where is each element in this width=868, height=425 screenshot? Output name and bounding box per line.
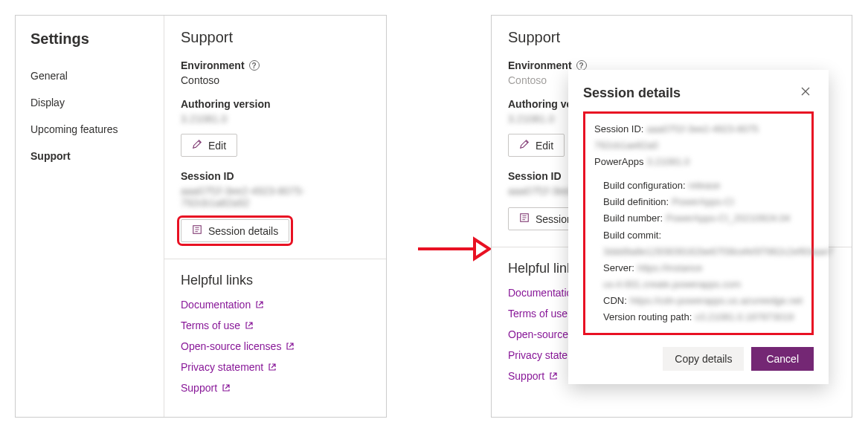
link-label: Support: [181, 382, 217, 394]
details-icon: [519, 212, 530, 225]
session-id-key: Session ID:: [594, 123, 643, 134]
link-label: Open-source licenses: [181, 340, 281, 352]
session-id-value: aaa07f1f-3ee2-4923-8075-792cb1a82a92: [181, 185, 370, 209]
powerapps-key: PowerApps: [594, 156, 643, 167]
server-key: Server:: [603, 262, 634, 273]
session-id-val: aaa07f1f-3ee2-4923-8075: [646, 123, 758, 134]
page-title: Support: [508, 29, 835, 46]
edit-button[interactable]: Edit: [181, 134, 237, 157]
buildcfg-key: Build configuration:: [603, 180, 686, 191]
link-label: Documentation: [181, 299, 251, 311]
sidebar-item-upcoming[interactable]: Upcoming features: [16, 116, 164, 143]
buildcommit-key: Build commit:: [603, 230, 661, 241]
session-id-val2: 792cb1ae82a0: [594, 140, 658, 151]
link-privacy[interactable]: Privacy statement: [181, 361, 370, 373]
environment-label-text: Environment: [508, 59, 572, 71]
link-terms[interactable]: Terms of use: [181, 319, 370, 331]
external-link-icon: [255, 300, 264, 309]
authoring-version-value: 3.21081.0: [181, 113, 370, 125]
powerapps-val: 3.21081.0: [646, 156, 689, 167]
session-details-button-label: Session details: [208, 225, 278, 237]
support-content: Support Environment ? Contoso Authoring …: [164, 16, 386, 417]
buildcfg-val: release: [689, 180, 721, 191]
link-documentation[interactable]: Documentation: [181, 299, 370, 311]
settings-sidebar: Settings General Display Upcoming featur…: [16, 16, 164, 417]
settings-panel-before: Settings General Display Upcoming featur…: [15, 15, 387, 418]
buildnum-key: Build number:: [603, 212, 663, 224]
link-label: Terms of use: [508, 308, 568, 319]
builddef-key: Build definition:: [603, 196, 669, 207]
vroute-val: v3.21081.0.187873019: [695, 311, 794, 322]
authoring-version-label: Authoring version: [181, 98, 370, 110]
environment-value: Contoso: [181, 74, 370, 86]
pencil-icon: [519, 139, 530, 152]
external-link-icon: [245, 321, 254, 330]
help-icon[interactable]: ?: [576, 60, 587, 71]
close-icon[interactable]: [797, 83, 814, 103]
environment-label: Environment ?: [181, 59, 370, 71]
copy-details-button[interactable]: Copy details: [663, 347, 744, 371]
details-icon: [192, 224, 202, 237]
session-details-button[interactable]: Session details: [181, 219, 289, 242]
page-title: Support: [181, 29, 370, 46]
builddef-val: PowerApps-CI: [672, 196, 734, 207]
buildnum-val: PowerApps-CI_20210924.04: [666, 212, 790, 224]
link-support[interactable]: Support: [181, 382, 370, 394]
external-link-icon: [268, 363, 277, 372]
buildcommit-val: 3ddd9a8e1293839162be67f38cefe5f7862c2ef9…: [603, 246, 833, 257]
cdn-key: CDN:: [603, 295, 627, 306]
environment-label-text: Environment: [181, 59, 245, 71]
dialog-title: Session details: [583, 85, 681, 101]
edit-button[interactable]: Edit: [508, 134, 565, 157]
external-link-icon: [549, 372, 558, 380]
server-val: https://instance: [637, 262, 702, 273]
external-link-icon: [222, 383, 231, 392]
link-oss[interactable]: Open-source licenses: [181, 340, 370, 352]
sidebar-item-support[interactable]: Support: [16, 143, 164, 169]
sidebar-item-display[interactable]: Display: [16, 89, 164, 116]
edit-button-label: Edit: [536, 140, 553, 152]
sidebar-item-general[interactable]: General: [16, 62, 164, 89]
server-val2: us-il-001.create.powerapps.com: [603, 279, 741, 290]
helpful-links-title: Helpful links: [181, 273, 370, 288]
vroute-key: Version routing path:: [603, 311, 692, 322]
cdn-val: https://cdn-powerapps.us.azureedge.net: [630, 295, 803, 306]
link-label: Terms of use: [181, 319, 240, 331]
session-details-box: Session ID:aaa07f1f-3ee2-4923-8075 792cb…: [583, 111, 814, 335]
external-link-icon: [286, 342, 295, 351]
sidebar-title: Settings: [16, 23, 164, 62]
svg-marker-5: [475, 239, 489, 259]
link-label: Privacy statement: [181, 361, 263, 373]
edit-button-label: Edit: [208, 140, 226, 152]
link-label: Support: [508, 370, 544, 382]
flow-arrow-icon: [417, 236, 491, 264]
cancel-button[interactable]: Cancel: [751, 347, 814, 371]
help-icon[interactable]: ?: [249, 60, 260, 71]
pencil-icon: [192, 139, 202, 152]
session-details-dialog: Session details Session ID:aaa07f1f-3ee2…: [568, 70, 829, 384]
session-id-label: Session ID: [181, 170, 370, 182]
